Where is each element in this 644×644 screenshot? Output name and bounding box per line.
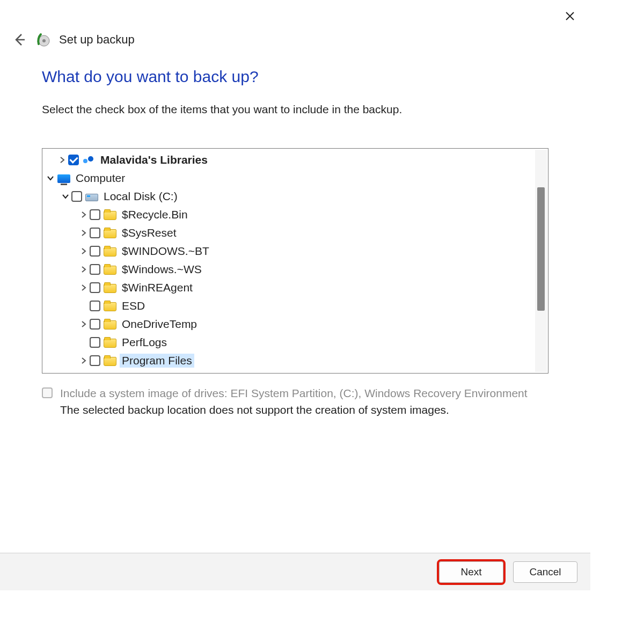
system-image-note: The selected backup location does not su…	[60, 404, 528, 416]
tree-row[interactable]: PerfLogs	[42, 333, 533, 352]
tree-row[interactable]: $WINDOWS.~BT	[42, 242, 533, 260]
tree-item-label[interactable]: Local Disk (C:)	[101, 189, 180, 203]
tree-item-label[interactable]: Computer	[74, 171, 127, 185]
system-image-checkbox	[42, 387, 53, 398]
chevron-right-icon[interactable]	[56, 154, 68, 166]
chevron-down-icon[interactable]	[60, 191, 71, 202]
tree-item-label[interactable]: $SysReset	[120, 226, 179, 240]
svg-point-1	[42, 39, 46, 42]
tree-row[interactable]: $Windows.~WS	[42, 260, 533, 279]
tree-row[interactable]: Computer	[42, 169, 533, 187]
tree-row[interactable]: $SysReset	[42, 224, 533, 242]
folder-icon	[104, 284, 116, 293]
tree-item-label[interactable]: ESD	[120, 299, 147, 313]
folder-checkbox[interactable]	[90, 301, 100, 311]
tree-item-label[interactable]: $Recycle.Bin	[120, 208, 190, 222]
disk-icon	[85, 194, 98, 201]
page-instruction: Select the check box of the items that y…	[42, 103, 548, 116]
wizard-footer: Next Cancel	[0, 553, 590, 590]
tree-item-label[interactable]: $Windows.~WS	[120, 262, 204, 276]
folder-checkbox[interactable]	[90, 246, 100, 257]
disk-checkbox[interactable]	[71, 191, 82, 202]
tree-item-label[interactable]: Program Files	[120, 354, 194, 368]
tree-row[interactable]: Local Disk (C:)	[42, 187, 533, 206]
tree-item-label[interactable]: $WINDOWS.~BT	[120, 244, 211, 258]
folder-checkbox[interactable]	[90, 228, 100, 238]
folder-checkbox[interactable]	[90, 282, 100, 293]
wizard-title: Set up backup	[59, 33, 135, 47]
scrollbar-thumb[interactable]	[537, 187, 545, 311]
close-button[interactable]	[559, 5, 581, 27]
chevron-right-icon[interactable]	[78, 245, 90, 257]
chevron-right-icon[interactable]	[78, 227, 90, 239]
backup-items-tree[interactable]: Malavida's LibrariesComputerLocal Disk (…	[42, 148, 548, 374]
tree-row[interactable]: Program Files	[42, 352, 533, 370]
folder-icon	[104, 320, 116, 330]
back-button[interactable]	[12, 32, 27, 47]
system-image-label: Include a system image of drives: EFI Sy…	[60, 385, 528, 401]
folder-checkbox[interactable]	[90, 337, 100, 348]
folder-checkbox[interactable]	[90, 319, 100, 330]
tree-item-label[interactable]: PerfLogs	[120, 335, 169, 349]
tree-row[interactable]: $Recycle.Bin	[42, 206, 533, 224]
tree-item-label[interactable]: $WinREAgent	[120, 281, 195, 295]
folder-checkbox[interactable]	[90, 264, 100, 275]
scrollbar[interactable]	[535, 150, 547, 372]
tree-item-label[interactable]: OneDriveTemp	[120, 317, 199, 331]
chevron-right-icon[interactable]	[78, 209, 90, 221]
folder-icon	[104, 339, 116, 348]
tree-row[interactable]: $WinREAgent	[42, 279, 533, 297]
computer-icon	[57, 174, 70, 183]
tree-row[interactable]: Malavida's Libraries	[42, 151, 533, 169]
libraries-icon	[82, 154, 95, 166]
page-heading: What do you want to back up?	[42, 68, 548, 86]
tree-item-label[interactable]: Malavida's Libraries	[98, 153, 210, 167]
chevron-right-icon[interactable]	[78, 264, 90, 275]
tree-row[interactable]: OneDriveTemp	[42, 315, 533, 333]
next-button[interactable]: Next	[439, 561, 503, 583]
folder-checkbox[interactable]	[90, 209, 100, 220]
folder-icon	[104, 229, 116, 238]
folder-icon	[104, 247, 116, 257]
folder-icon	[104, 211, 116, 220]
tree-row[interactable]: ESD	[42, 297, 533, 315]
chevron-down-icon[interactable]	[45, 172, 56, 184]
folder-icon	[104, 357, 116, 366]
backup-wizard-icon	[35, 32, 50, 47]
cancel-button[interactable]: Cancel	[513, 561, 577, 583]
chevron-right-icon[interactable]	[78, 282, 90, 294]
chevron-right-icon[interactable]	[78, 355, 90, 367]
folder-icon	[104, 266, 116, 275]
chevron-right-icon[interactable]	[78, 318, 90, 330]
folder-icon	[104, 302, 116, 311]
libraries-checkbox[interactable]	[68, 155, 79, 165]
folder-checkbox[interactable]	[90, 355, 100, 366]
